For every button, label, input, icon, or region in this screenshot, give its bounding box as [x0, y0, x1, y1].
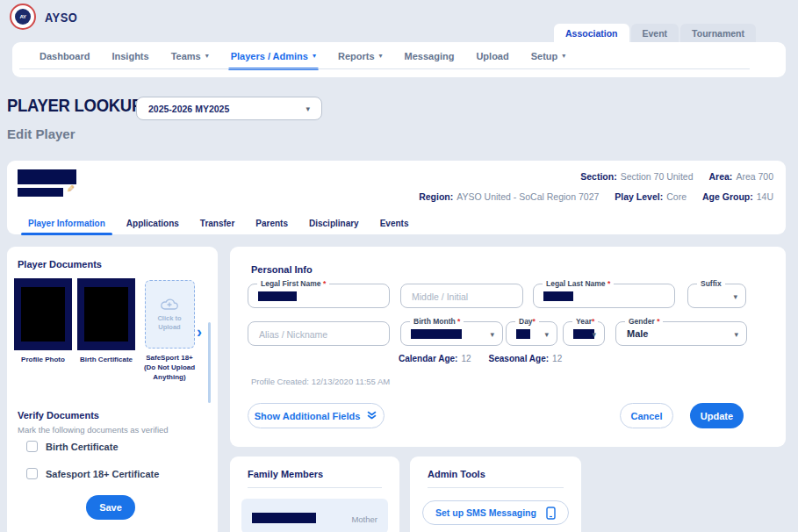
tab-association[interactable]: Association [554, 24, 629, 42]
document-item-profile-photo: Profile Photo [14, 278, 72, 382]
nav-label: Upload [476, 51, 508, 61]
nav-messaging[interactable]: Messaging [405, 42, 455, 69]
chevron-down-icon: ▾ [490, 330, 494, 339]
verify-safesport-row: Safesport 18+ Certificate [26, 468, 159, 479]
required-marker: * [592, 317, 594, 326]
documents-scrollbar[interactable] [208, 322, 211, 403]
field-label: Suffix [697, 279, 725, 288]
tab-event[interactable]: Event [631, 24, 679, 42]
field-placeholder: Alias / Nickname [259, 329, 327, 340]
tab-label: Player Information [28, 219, 105, 228]
ayso-logo-icon: AY [10, 4, 36, 30]
show-additional-fields-button[interactable]: Show Additional Fields [248, 403, 385, 428]
profile-created-timestamp: Profile Created: 12/13/2020 11:55 AM [251, 377, 390, 386]
legal-last-name-field[interactable]: Legal Last Name * [533, 284, 675, 308]
suffix-select[interactable]: Suffix ▾ [687, 284, 746, 308]
required-marker: * [657, 317, 659, 326]
info-section: Section:Section 70 United [580, 171, 693, 182]
player-documents-panel: Player Documents Profile Photo Birth Cer… [7, 247, 218, 532]
required-marker: * [533, 317, 536, 326]
info-label: Area: [709, 171, 733, 182]
profile-photo-thumbnail[interactable] [14, 278, 72, 350]
nav-reports[interactable]: Reports ▾ [338, 42, 383, 69]
nav-insights[interactable]: Insights [111, 42, 148, 69]
tab-label: Applications [126, 219, 179, 228]
safesport-checkbox[interactable] [26, 468, 38, 479]
membership-year-select[interactable]: 2025-2026 MY2025 ▾ [136, 97, 322, 120]
admin-tools-panel: Admin Tools Set up SMS Messaging [410, 457, 581, 532]
tab-tournament[interactable]: Tournament [680, 24, 756, 42]
chevron-down-icon: ▾ [562, 52, 565, 60]
info-value: AYSO United - SoCal Region 7027 [457, 191, 599, 202]
phone-icon [546, 507, 556, 520]
field-label: Year* [572, 317, 598, 326]
edit-pencil-icon[interactable]: ✎ [67, 183, 75, 195]
info-label: Play Level: [615, 191, 663, 202]
cancel-button[interactable]: Cancel [620, 403, 673, 428]
redacted-value [543, 291, 573, 301]
family-members-panel: Family Members Mother [230, 457, 399, 532]
info-value: Area 700 [736, 171, 773, 182]
nav-label: Teams [171, 51, 201, 61]
alias-nickname-field[interactable]: Alias / Nickname [248, 321, 390, 346]
legal-first-name-field[interactable]: Legal First Name * [248, 284, 390, 308]
info-label: Age Group: [702, 191, 753, 202]
gender-value: Male [627, 328, 648, 339]
player-name-redacted [18, 169, 76, 184]
birth-year-select[interactable]: Year* ▾ [563, 321, 605, 346]
tab-parents[interactable]: Parents [255, 213, 288, 233]
app-canvas: AY AYSO Association Event Tournament Das… [0, 0, 798, 532]
gender-select[interactable]: Gender * Male ▾ [615, 321, 747, 346]
update-button[interactable]: Update [690, 403, 744, 428]
carousel-next-icon[interactable]: › [197, 324, 202, 340]
chevron-down-icon: ▾ [205, 52, 209, 60]
nav-players-admins[interactable]: Players / Admins ▾ [231, 42, 316, 69]
player-id-redacted [18, 188, 63, 197]
redacted-value [516, 329, 530, 339]
verify-birth-certificate-row: Birth Certificate [26, 441, 119, 452]
birth-day-select[interactable]: Day* ▾ [506, 321, 557, 346]
tab-disciplinary[interactable]: Disciplinary [309, 213, 359, 233]
ages-line: Calendar Age:12 Seasonal Age:12 [399, 354, 562, 363]
cloud-upload-icon [160, 298, 179, 312]
birth-certificate-checkbox[interactable] [26, 441, 38, 452]
nav-teams[interactable]: Teams ▾ [171, 42, 209, 69]
redacted-value [258, 291, 297, 301]
nav-label: Insights [111, 51, 148, 61]
nav-divider [19, 68, 750, 69]
checkbox-label: Birth Certificate [46, 442, 119, 452]
tab-events[interactable]: Events [380, 213, 409, 233]
middle-initial-field[interactable]: Middle / Initial [400, 284, 523, 308]
tab-transfer[interactable]: Transfer [200, 213, 234, 233]
field-placeholder: Middle / Initial [412, 291, 468, 302]
upload-hint: Click to Upload [151, 314, 188, 332]
field-label: Gender * [625, 317, 663, 326]
nav-label: Messaging [405, 51, 455, 61]
birth-certificate-thumbnail[interactable] [77, 278, 135, 350]
info-age-group: Age Group:14U [702, 191, 773, 202]
birth-month-select[interactable]: Birth Month * ▾ [400, 321, 503, 346]
redacted-photo [21, 287, 65, 341]
documents-carousel: Profile Photo Birth Certificate Click to… [14, 278, 198, 382]
setup-sms-messaging-button[interactable]: Set up SMS Messaging [422, 500, 569, 525]
tab-label: Parents [255, 219, 288, 228]
tab-player-information[interactable]: Player Information [28, 213, 105, 233]
button-label: Show Additional Fields [255, 411, 361, 421]
player-summary-card: ✎ Section:Section 70 United Area:Area 70… [7, 161, 786, 234]
page-title: PLAYER LOOKUP [7, 95, 142, 116]
nav-label: Setup [531, 51, 558, 61]
nav-setup[interactable]: Setup ▾ [531, 42, 566, 69]
family-member-row[interactable]: Mother [241, 499, 388, 532]
nav-upload[interactable]: Upload [476, 42, 508, 69]
upload-dropzone[interactable]: Click to Upload [145, 280, 195, 349]
divider [428, 487, 564, 488]
chevron-down-icon: ▾ [544, 330, 549, 339]
tab-applications[interactable]: Applications [126, 213, 179, 233]
nav-label: Dashboard [40, 51, 90, 61]
checkbox-label: Safesport 18+ Certificate [46, 469, 159, 479]
nav-dashboard[interactable]: Dashboard [40, 42, 90, 69]
button-label: Set up SMS Messaging [435, 507, 536, 518]
document-item-birth-certificate: Birth Certificate [77, 278, 135, 382]
required-marker: * [607, 279, 610, 288]
save-button[interactable]: Save [86, 495, 135, 520]
